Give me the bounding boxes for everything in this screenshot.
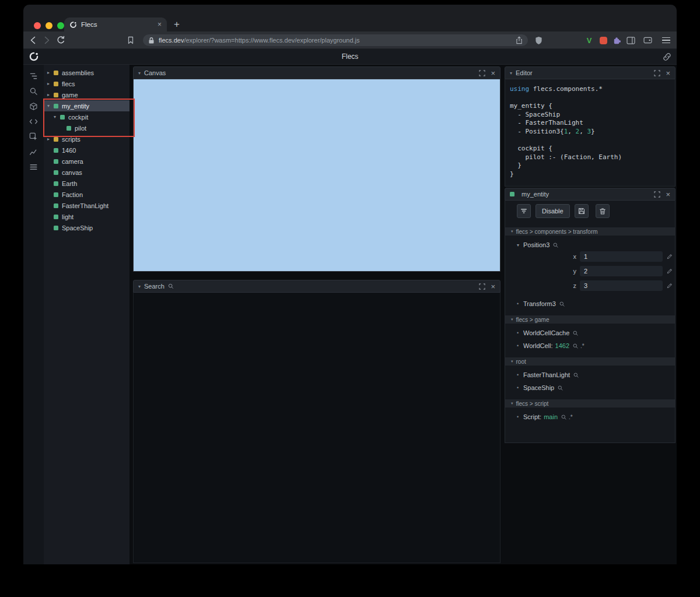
chevron-down-icon[interactable]: ▾ [138, 71, 141, 76]
tree-item-light[interactable]: light [44, 211, 130, 222]
inspector-panel-header[interactable]: my_entity × [505, 188, 676, 201]
share-icon[interactable] [516, 36, 523, 44]
chevron-right-icon[interactable]: ▸ [47, 92, 54, 97]
editor-panel-header[interactable]: ▾ Editor × [505, 66, 676, 79]
chevron-down-icon[interactable]: ▾ [517, 243, 523, 248]
inspector-section-header[interactable]: ▾flecs > game [505, 315, 675, 324]
search-icon[interactable] [573, 331, 578, 336]
chevron-down-icon[interactable]: ▾ [54, 114, 60, 120]
edit-icon[interactable] [667, 254, 673, 259]
tree-item-canvas[interactable]: canvas [44, 167, 130, 178]
chevron-down-icon[interactable]: ▾ [47, 103, 54, 108]
entity-tree-icon[interactable] [26, 68, 41, 83]
bullet-icon: • [517, 330, 523, 336]
extension-v-icon[interactable]: V [584, 35, 594, 45]
tree-item-1460[interactable]: 1460 [44, 145, 130, 156]
inspector-section-header[interactable]: ▾root [505, 357, 675, 366]
tree-item-FasterThanLight[interactable]: FasterThanLight [44, 200, 130, 211]
tree-item-scripts[interactable]: ▸scripts [44, 134, 130, 145]
chevron-right-icon[interactable]: ▸ [47, 81, 54, 86]
search-icon[interactable] [573, 343, 578, 349]
minimize-window-button[interactable] [46, 22, 52, 29]
canvas-viewport[interactable] [133, 79, 501, 272]
search-icon[interactable] [573, 373, 579, 378]
expand-icon[interactable] [479, 70, 485, 76]
close-icon[interactable]: × [491, 283, 495, 290]
close-window-button[interactable] [34, 22, 41, 29]
new-tab-button[interactable]: + [170, 17, 183, 31]
sidebar-toggle-icon[interactable] [625, 35, 636, 45]
close-icon[interactable]: × [491, 69, 495, 77]
search-icon[interactable] [553, 243, 558, 248]
edit-icon[interactable] [667, 268, 673, 274]
entity-icon [54, 192, 58, 197]
menu-icon[interactable] [661, 35, 671, 45]
share-link-icon[interactable] [663, 52, 671, 64]
shield-icon[interactable] [533, 35, 544, 45]
tree-item-Faction[interactable]: Faction [44, 189, 130, 200]
tree-item-camera[interactable]: camera [44, 156, 130, 167]
tree-item-SpaceShip[interactable]: SpaceShip [44, 222, 130, 233]
component-value: 1462 [555, 342, 569, 349]
tree-item-game[interactable]: ▸game [44, 89, 130, 100]
z-value-input[interactable]: 3 [580, 280, 663, 291]
expand-icon[interactable] [479, 283, 485, 290]
code-icon[interactable] [26, 114, 41, 129]
tree-item-flecs[interactable]: ▸flecs [44, 78, 130, 89]
component-row[interactable]: •Transform3 [505, 300, 675, 307]
reload-button[interactable] [56, 36, 65, 45]
search-results-area[interactable] [133, 293, 501, 563]
bookmark-icon[interactable] [126, 36, 135, 45]
search-panel-header[interactable]: ▾ Search × [133, 280, 501, 293]
canvas-panel-header[interactable]: ▾ Canvas × [133, 66, 501, 79]
tree-item-my_entity[interactable]: ▾my_entity [44, 100, 130, 111]
back-button[interactable] [29, 36, 38, 45]
close-tab-icon[interactable]: × [158, 20, 162, 29]
tree-item-Earth[interactable]: Earth [44, 178, 130, 189]
search-icon[interactable] [561, 415, 566, 420]
logs-icon[interactable] [26, 159, 41, 174]
chevron-down-icon[interactable]: ▾ [138, 284, 141, 289]
component-row[interactable]: •SpaceShip [505, 384, 675, 391]
inspector-section-header[interactable]: ▾flecs > script [505, 399, 675, 408]
zoom-window-button[interactable] [57, 22, 64, 29]
expand-icon[interactable] [654, 70, 660, 76]
query-search-icon[interactable] [26, 83, 41, 99]
x-value-input[interactable]: 1 [580, 251, 663, 262]
extensions-puzzle-icon[interactable] [611, 35, 622, 45]
browser-tab[interactable]: Flecs × [64, 17, 167, 31]
component-row[interactable]: •WorldCellCache [505, 329, 675, 336]
chevron-down-icon[interactable]: ▾ [510, 71, 512, 76]
inspect-icon[interactable] [26, 129, 41, 144]
search-icon[interactable] [559, 301, 565, 307]
search-icon[interactable] [558, 385, 563, 391]
extension-red-icon[interactable] [598, 35, 608, 45]
edit-icon[interactable] [667, 283, 673, 289]
expand-icon[interactable] [654, 191, 660, 198]
component-row[interactable]: ▾Position3 [505, 241, 675, 248]
delete-button[interactable] [596, 204, 610, 218]
chevron-right-icon[interactable]: ▸ [47, 70, 54, 75]
tree-item-assemblies[interactable]: ▸assemblies [44, 67, 130, 78]
inspector-section-header[interactable]: ▾flecs > components > transform [505, 227, 675, 236]
close-icon[interactable]: × [666, 191, 670, 198]
component-row[interactable]: •FasterThanLight [505, 371, 675, 378]
component-row[interactable]: •Script:main.* [505, 413, 675, 420]
components-cube-icon[interactable] [26, 99, 41, 114]
filter-button[interactable] [517, 204, 531, 218]
tree-item-cockpit[interactable]: ▾cockpit [44, 111, 130, 122]
wallet-icon[interactable] [642, 35, 653, 45]
y-value-input[interactable]: 2 [580, 266, 663, 276]
lock-icon[interactable] [148, 37, 155, 44]
address-bar[interactable]: flecs.dev/explorer/?wasm=https://www.fle… [143, 34, 528, 46]
tree-item-pilot[interactable]: pilot [44, 122, 130, 134]
close-icon[interactable]: × [666, 69, 670, 77]
component-name: FasterThanLight [523, 371, 570, 378]
chevron-right-icon[interactable]: ▸ [47, 136, 54, 142]
stats-chart-icon[interactable] [26, 144, 41, 159]
forward-button[interactable] [42, 36, 51, 45]
component-row[interactable]: •WorldCell:1462.* [505, 342, 675, 349]
editor-code[interactable]: using flecs.components.* my_entity { - S… [505, 79, 676, 187]
disable-button[interactable]: Disable [536, 204, 570, 218]
save-button[interactable] [575, 204, 589, 218]
